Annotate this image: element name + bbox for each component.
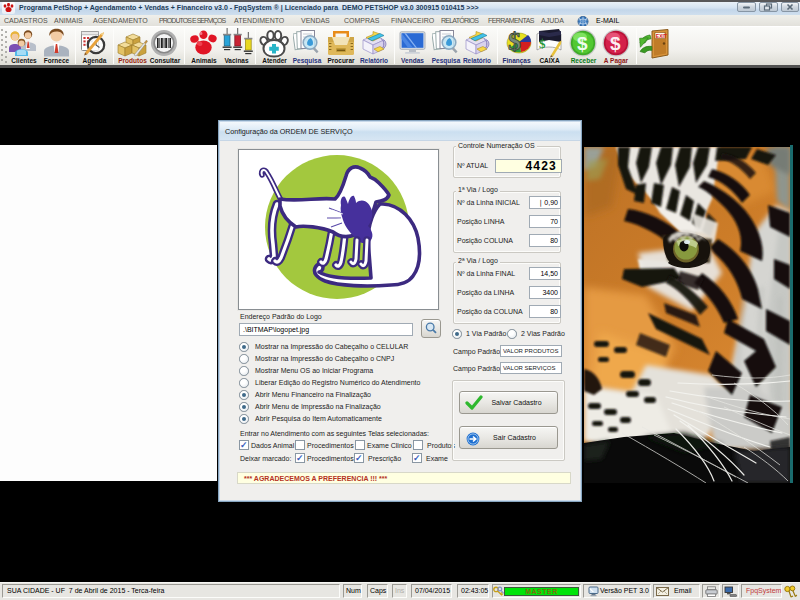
svg-text:$: $ [610,33,621,54]
svg-text:$: $ [577,33,588,54]
svg-text:$: $ [508,28,521,56]
svg-text:EXIT: EXIT [656,33,667,39]
svg-text:$: $ [539,36,546,51]
